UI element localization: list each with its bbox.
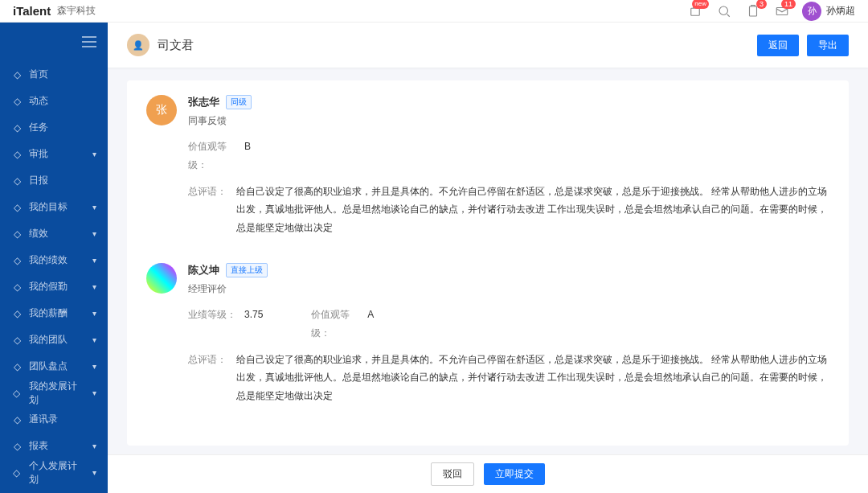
sidebar-item-10[interactable]: ◇我的团队▾ (0, 327, 108, 353)
sidebar-item-6[interactable]: ◇绩效▾ (0, 220, 108, 247)
sidebar-item-13[interactable]: ◇通讯录 (0, 406, 108, 433)
sidebar-icon: ◇ (11, 335, 23, 346)
sidebar-item-12[interactable]: ◇我的发展计划▾ (0, 380, 108, 406)
review-pair-value: A (367, 306, 374, 343)
sidebar-item-label: 我的假勤 (29, 280, 68, 294)
reviewer-name: 张志华 (188, 95, 219, 109)
sidebar-item-2[interactable]: ◇任务 (0, 114, 108, 141)
search-icon[interactable] (715, 2, 733, 20)
sidebar-item-8[interactable]: ◇我的假勤▾ (0, 273, 108, 300)
sidebar-item-3[interactable]: ◇审批▾ (0, 141, 108, 167)
review-role: 经理评价 (188, 282, 829, 296)
chevron-down-icon: ▾ (92, 309, 96, 318)
sidebar-icon: ◇ (11, 149, 23, 160)
company-name: 森宇科技 (57, 4, 96, 18)
sidebar-item-label: 我的发展计划 (29, 380, 86, 407)
sidebar-icon: ◇ (11, 96, 23, 107)
chevron-down-icon: ▾ (92, 442, 96, 450)
sidebar-icon: ◇ (11, 414, 23, 425)
username: 孙炳超 (826, 4, 855, 18)
back-button[interactable]: 返回 (757, 35, 799, 56)
reviewer-avatar (146, 263, 177, 294)
chevron-down-icon: ▾ (92, 388, 96, 397)
review-comment: 给自己设定了很高的职业追求，并且是具体的。不允许自己停留在舒适区，总是谋求突破，… (236, 351, 829, 405)
sidebar-icon: ◇ (11, 175, 23, 187)
chevron-down-icon: ▾ (92, 468, 96, 477)
cart-icon[interactable]: new (686, 2, 704, 20)
sidebar-item-label: 日报 (29, 174, 48, 187)
review-comment-label: 总评语： (188, 351, 236, 405)
sidebar-item-label: 绩效 (29, 227, 48, 240)
page-title: 司文君 (158, 38, 194, 53)
sidebar-item-1[interactable]: ◇动态 (0, 88, 108, 114)
reviewer-avatar: 张 (146, 95, 177, 125)
svg-point-1 (719, 6, 728, 15)
sidebar-icon: ◇ (11, 308, 23, 319)
sidebar-item-9[interactable]: ◇我的薪酬▾ (0, 300, 108, 327)
sidebar-item-14[interactable]: ◇报表▾ (0, 433, 108, 459)
sidebar-icon: ◇ (11, 255, 23, 266)
avatar: 孙 (802, 2, 821, 21)
review-role: 同事反馈 (188, 114, 829, 128)
chevron-down-icon: ▾ (92, 362, 96, 371)
sidebar-item-15[interactable]: ◇个人发展计划▾ (0, 459, 108, 486)
new-badge: new (692, 0, 709, 9)
notif-badge-2: 11 (781, 0, 796, 9)
chevron-down-icon: ▾ (92, 282, 96, 291)
sidebar-icon: ◇ (11, 69, 23, 80)
user-menu[interactable]: 孙 孙炳超 (802, 2, 855, 21)
review-pair-label: 价值观等级： (311, 306, 367, 343)
review-pair-label: 价值观等级： (188, 138, 244, 175)
sidebar-item-label: 我的绩效 (29, 253, 68, 267)
export-button[interactable]: 导出 (807, 35, 849, 56)
sidebar-icon: ◇ (11, 228, 23, 240)
mail-icon[interactable]: 11 (773, 2, 791, 20)
sidebar-item-label: 动态 (29, 94, 48, 108)
chevron-down-icon: ▾ (92, 203, 96, 212)
reject-button[interactable]: 驳回 (431, 462, 474, 486)
review-comment: 给自己设定了很高的职业追求，并且是具体的。不允许自己停留在舒适区，总是谋求突破，… (236, 183, 829, 237)
clipboard-icon[interactable]: 3 (744, 2, 762, 20)
sidebar-item-label: 报表 (29, 439, 48, 453)
sidebar-item-label: 我的目标 (29, 200, 68, 214)
sidebar-icon: ◇ (11, 122, 23, 134)
sidebar-icon: ◇ (11, 467, 23, 479)
sidebar-icon: ◇ (11, 388, 23, 399)
sidebar-item-label: 团队盘点 (29, 359, 68, 373)
sidebar-item-0[interactable]: ◇首页 (0, 61, 108, 88)
notif-badge-1: 3 (756, 0, 767, 9)
review-pair-value: 3.75 (244, 306, 263, 343)
subject-avatar: 👤 (127, 34, 149, 56)
sidebar-item-7[interactable]: ◇我的绩效▾ (0, 247, 108, 273)
sidebar-item-label: 我的团队 (29, 333, 68, 347)
sidebar-item-label: 我的薪酬 (29, 306, 68, 320)
sidebar-item-11[interactable]: ◇团队盘点▾ (0, 353, 108, 380)
review-comment-label: 总评语： (188, 183, 236, 237)
reviewer-relation-tag: 直接上级 (226, 263, 268, 277)
sidebar-item-label: 审批 (29, 147, 48, 161)
reviewer-name: 陈义坤 (188, 263, 219, 277)
sidebar-item-4[interactable]: ◇日报 (0, 167, 108, 194)
sidebar-item-label: 个人发展计划 (29, 459, 86, 487)
chevron-down-icon: ▾ (92, 256, 96, 265)
chevron-down-icon: ▾ (92, 335, 96, 344)
sidebar-icon: ◇ (11, 281, 23, 293)
svg-rect-2 (750, 6, 757, 16)
chevron-down-icon: ▾ (92, 229, 96, 238)
sidebar-icon: ◇ (11, 441, 23, 452)
sidebar-toggle[interactable] (0, 23, 108, 61)
sidebar-item-label: 任务 (29, 121, 48, 134)
sidebar-item-label: 首页 (29, 68, 48, 81)
sidebar-item-5[interactable]: ◇我的目标▾ (0, 194, 108, 220)
review-block: 陈义坤直接上级经理评价业绩等级：3.75价值观等级：A总评语：给自己设定了很高的… (146, 263, 829, 413)
sidebar-icon: ◇ (11, 361, 23, 372)
logo: iTalent (13, 4, 51, 18)
review-pair-value: B (244, 138, 251, 175)
chevron-down-icon: ▾ (92, 150, 96, 158)
sidebar-item-label: 通讯录 (29, 413, 58, 426)
review-pair-label: 业绩等级： (188, 306, 244, 343)
svg-rect-0 (691, 8, 700, 15)
reviewer-relation-tag: 同级 (226, 95, 252, 109)
sidebar-icon: ◇ (11, 202, 23, 213)
submit-button[interactable]: 立即提交 (484, 463, 545, 485)
